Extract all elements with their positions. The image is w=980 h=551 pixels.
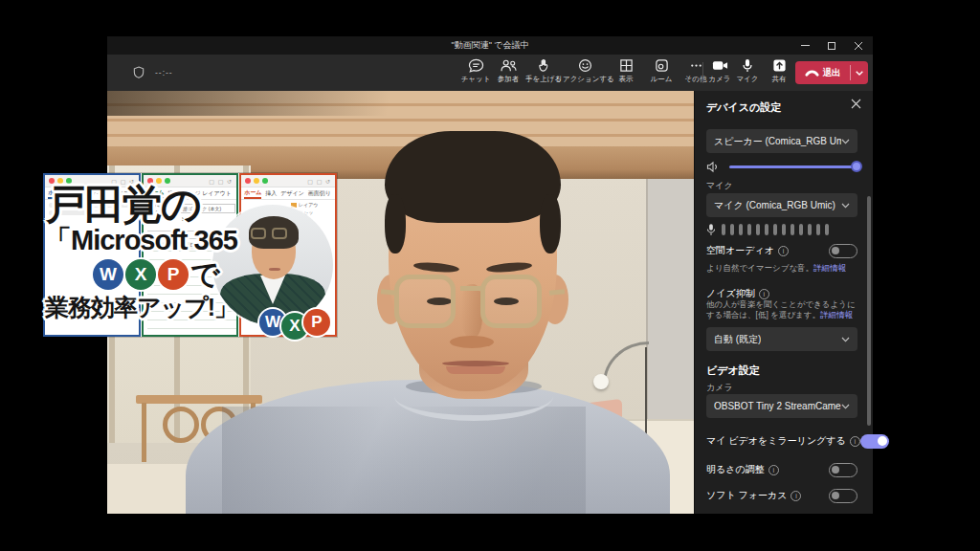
excel-badge: X [125,259,156,290]
maximize-button[interactable] [819,36,844,55]
spatial-audio-toggle[interactable] [829,244,858,258]
room-wall-right [646,179,694,428]
mic-level-meter [706,222,858,237]
volume-slider[interactable] [729,165,858,168]
mac-close-dot [245,178,251,184]
smiley-icon [578,58,592,73]
nose-base [450,336,494,348]
ribbon-tab: ホーム [244,188,261,199]
mirror-video-label: マイ ビデオをミラーリングする [706,434,846,448]
leave-button[interactable]: 退出 [795,61,868,84]
noise-suppression-select[interactable]: 自動 (既定) [706,327,858,351]
hangup-icon [805,69,819,77]
mac-zoom-dot [262,178,268,184]
chevron-down-icon [841,139,850,144]
thumbnail-title-line4: 業務効率アップ!」 [45,296,237,320]
panel-title: デバイスの設定 [706,100,858,115]
powerpoint-badge: P [303,309,330,336]
ribbon-tabs: ホーム 挿入 デザイン 画面切り [241,187,335,200]
glasses-left-lens [394,275,456,328]
chevron-down-icon [841,404,850,409]
soft-focus-toggle[interactable] [829,489,858,503]
ribbon-tab: 画面切り [308,189,331,198]
mic-field-label: マイク [706,180,858,192]
noise-suppression-desc: 他の人が音楽を聞くことができるようにする場合は、[低] を選びます。詳細情報 [706,299,858,321]
minimize-button[interactable] [792,36,817,55]
desktop-background: "動画関連" で会議中 --:-- チャット 参加者 [0,0,980,551]
panel-scrollbar[interactable] [867,196,871,426]
spatial-audio-desc: より自然でイマーシブな音。詳細情報 [706,263,858,274]
speaker-value: スピーカー (Comica_RGB Umic) (1... [714,135,841,148]
mac-minimize-dot [254,178,259,184]
camera-value: OBSBOT Tiny 2 StreamCamera [714,401,841,411]
noise-learn-more-link[interactable]: 詳細情報 [820,310,853,320]
close-panel-button[interactable] [851,99,861,109]
volume-slider-thumb[interactable] [851,161,862,172]
ceiling-shadow [107,91,509,116]
mic-select[interactable]: マイク (Comica_RGB Umic) [706,193,858,217]
camera-select[interactable]: OBSBOT Tiny 2 StreamCamera [706,394,858,418]
grid-icon [619,58,634,73]
mic-icon [742,58,753,73]
mic-level-icon [706,223,716,236]
person-head [383,131,563,391]
level-bars [722,224,829,235]
info-icon[interactable]: i [759,289,769,299]
mirror-video-toggle[interactable] [860,434,889,449]
ribbon-tab: デザイン [280,189,304,198]
info-icon[interactable]: i [850,436,860,447]
window-title: "動画関連" で会議中 [107,39,873,52]
noise-suppression-label: ノイズ抑制 [706,287,755,300]
spatial-audio-label: 空間オーディオ [706,244,774,257]
speaker-select[interactable]: スピーカー (Comica_RGB Umic) (1... [706,129,858,153]
soft-focus-row: ソフト フォーカス i [706,487,858,504]
ribbon-tab: 挿入 [265,189,277,198]
person-hair [385,131,561,223]
brightness-label: 明るさの調整 [706,463,765,476]
thumbnail-title-line1: 戸田覚の [46,185,200,225]
meeting-toolbar: --:-- チャット 参加者 手を上げる リアクションする 表示 [107,55,873,91]
lower-lip [446,366,505,374]
spatial-desc-text: より自然でイマーシブな音。 [706,263,813,273]
thumbnail-title-line3: W X P で [93,259,220,290]
video-settings-title: ビデオ設定 [706,364,858,378]
mini-toolbar-icons: ▢ ▢ ↺ [209,178,233,185]
powerpoint-badge: P [158,259,189,290]
spatial-audio-row: 空間オーディオ i [706,242,858,259]
info-icon[interactable]: i [791,491,801,501]
mini-toolbar-icons: ▢ ▢ ↺ [307,178,331,185]
author-glasses-right [272,228,287,239]
leave-label: 退出 [823,67,841,79]
table-leg [142,403,146,462]
titlebar: "動画関連" で会議中 [107,36,873,55]
meeting-timer: --:-- [155,68,173,77]
leave-options-chevron[interactable] [851,71,868,76]
chevron-down-icon [841,337,850,342]
brightness-row: 明るさの調整 i [706,461,858,478]
layout-label: レイアウ [299,202,318,208]
close-window-button[interactable] [846,36,871,55]
floor-lamp-bulb [593,374,609,389]
author-mouth [269,268,280,271]
info-icon[interactable]: i [768,465,779,475]
hair-left [385,194,406,253]
mic-value: マイク (Comica_RGB Umic) [714,199,835,212]
glasses-bridge [460,286,485,296]
spatial-learn-more-link[interactable]: 詳細情報 [813,263,846,273]
wooden-table [136,395,262,404]
author-glasses-left [251,228,266,239]
tshirt-shading [222,407,586,514]
glasses-right-lens [480,275,542,328]
info-icon[interactable]: i [778,246,789,256]
raised-hand-icon [537,58,551,73]
soft-focus-label: ソフト フォーカス [706,489,787,502]
hair-right [540,194,561,253]
mac-titlebar: ▢ ▢ ↺ [241,175,335,187]
people-icon [500,58,518,73]
de-particle: で [190,260,220,289]
noise-value: 自動 (既定) [714,333,761,346]
camera-field-label: カメラ [706,382,858,394]
rooms-icon [655,58,669,73]
brightness-toggle[interactable] [829,463,858,477]
mirror-video-row: マイ ビデオをミラーリングする i [706,432,858,450]
